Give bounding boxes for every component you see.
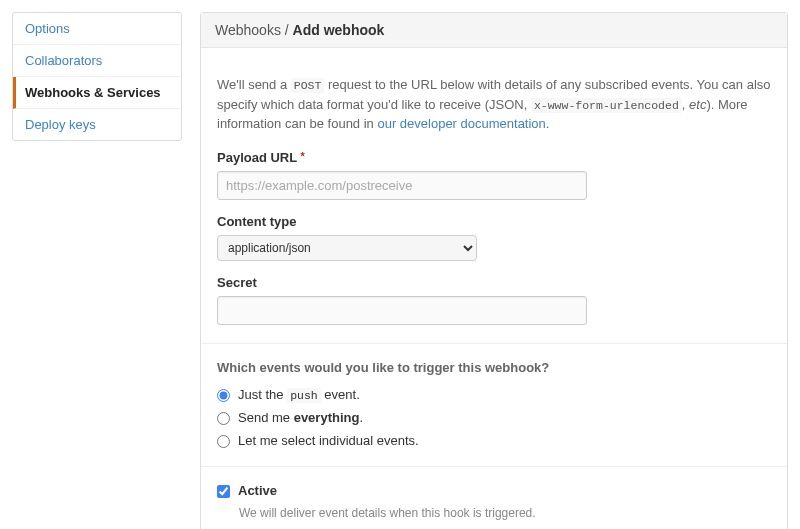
events-radio-individual[interactable] xyxy=(217,435,230,448)
breadcrumb: Webhooks / Add webhook xyxy=(201,13,787,48)
content-type-label: Content type xyxy=(217,214,771,229)
events-radio-push-label: Just the push event. xyxy=(238,387,360,402)
sidebar-item-deploy-keys[interactable]: Deploy keys xyxy=(13,109,181,140)
secret-input[interactable] xyxy=(217,296,587,325)
payload-url-label: Payload URL * xyxy=(217,150,771,165)
secret-label: Secret xyxy=(217,275,771,290)
main-panel: Webhooks / Add webhook We'll send a POST… xyxy=(200,12,788,529)
sidebar-item-collaborators[interactable]: Collaborators xyxy=(13,45,181,77)
breadcrumb-current: Add webhook xyxy=(293,22,385,38)
events-radio-everything[interactable] xyxy=(217,412,230,425)
active-checkbox[interactable] xyxy=(217,485,230,498)
breadcrumb-root[interactable]: Webhooks xyxy=(215,22,281,38)
active-hint: We will deliver event details when this … xyxy=(239,506,771,520)
sidebar-item-options[interactable]: Options xyxy=(13,13,181,45)
sidebar-item-webhooks-services[interactable]: Webhooks & Services xyxy=(13,77,181,109)
intro-text: We'll send a POST request to the URL bel… xyxy=(217,75,771,134)
events-question: Which events would you like to trigger t… xyxy=(217,360,771,375)
payload-url-input[interactable] xyxy=(217,171,587,200)
events-radio-individual-label: Let me select individual events. xyxy=(238,433,419,448)
content-type-select[interactable]: application/json xyxy=(217,235,477,261)
settings-sidebar: Options Collaborators Webhooks & Service… xyxy=(12,12,182,529)
active-label: Active xyxy=(238,483,277,498)
events-radio-push[interactable] xyxy=(217,389,230,402)
events-radio-everything-label: Send me everything. xyxy=(238,410,363,425)
developer-docs-link[interactable]: our developer documentation xyxy=(377,116,545,131)
